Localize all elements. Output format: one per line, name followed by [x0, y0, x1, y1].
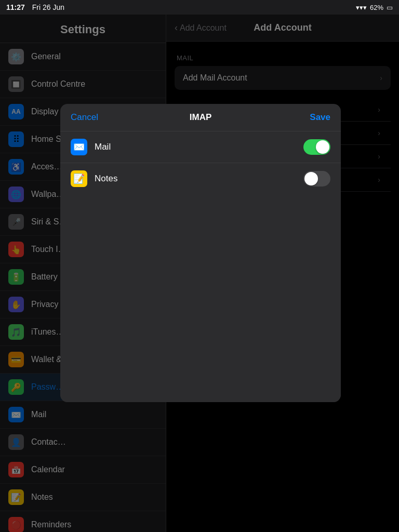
mail-toggle-knob [316, 140, 329, 154]
status-bar: 11:27 Fri 26 Jun ▾▾▾ 62% ▭ [0, 0, 399, 15]
modal-mail-row: ✉️ Mail [60, 131, 341, 163]
battery-percentage: 62% [370, 4, 383, 11]
status-date: Fri 26 Jun [32, 3, 64, 11]
modal-header: Cancel IMAP Save [60, 104, 341, 131]
status-time: 11:27 [6, 3, 25, 11]
status-right: ▾▾▾ 62% ▭ [356, 4, 393, 11]
imap-modal: Cancel IMAP Save ✉️ Mail 📝 Notes [60, 104, 341, 402]
mail-toggle[interactable] [303, 139, 330, 155]
modal-mail-label: Mail [95, 142, 303, 152]
wifi-icon: ▾▾▾ [356, 4, 367, 11]
modal-body: ✉️ Mail 📝 Notes [60, 131, 341, 194]
modal-notes-row: 📝 Notes [60, 163, 341, 194]
modal-cancel-button[interactable]: Cancel [71, 112, 157, 123]
modal-notes-label: Notes [95, 174, 303, 184]
modal-save-button[interactable]: Save [244, 112, 330, 123]
modal-mail-icon: ✉️ [71, 139, 87, 155]
status-left: 11:27 Fri 26 Jun [6, 3, 64, 11]
modal-notes-icon: 📝 [71, 170, 87, 187]
notes-toggle-knob [304, 172, 318, 185]
modal-spacer [60, 194, 341, 402]
battery-icon: ▭ [387, 4, 393, 11]
modal-title: IMAP [157, 112, 244, 123]
notes-toggle[interactable] [303, 171, 330, 187]
